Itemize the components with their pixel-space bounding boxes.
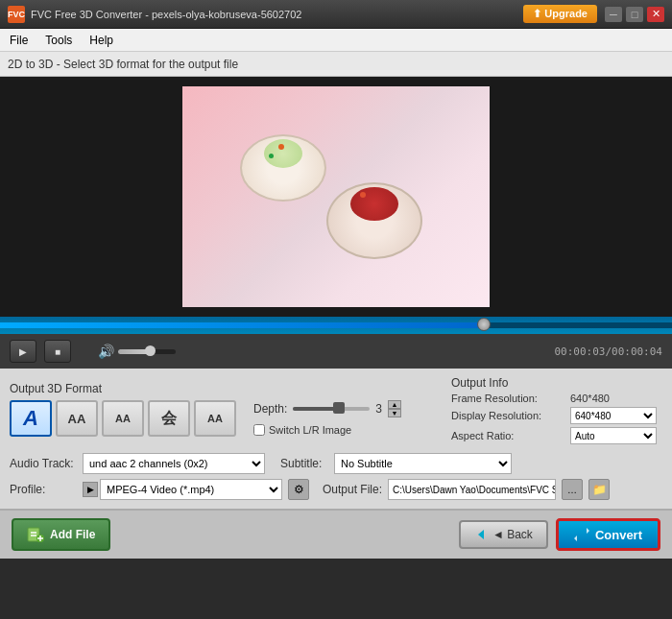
switch-lr-area: Switch L/R Image <box>253 424 401 436</box>
title-text: FVC Free 3D Converter - pexels-olya-kobr… <box>31 9 301 20</box>
profile-icon: ▶ <box>83 482 98 497</box>
add-file-label: Add File <box>50 528 95 541</box>
upper-settings: Output 3D Format A AA AA 会 <box>10 376 662 447</box>
convert-icon <box>574 527 589 542</box>
depth-fill <box>293 407 339 411</box>
menu-file[interactable]: File <box>6 32 32 49</box>
garnish2-decoration <box>350 187 398 221</box>
video-thumbnail <box>182 86 490 307</box>
dot2-decoration <box>269 154 274 158</box>
instruction-bar: 2D to 3D - Select 3D format for the outp… <box>0 52 672 77</box>
depth-thumb[interactable] <box>333 402 345 414</box>
play-icon: ▶ <box>19 346 27 357</box>
progress-track[interactable] <box>0 322 672 328</box>
output-file-label: Output File: <box>323 483 382 496</box>
app-icon: FVC <box>8 6 25 23</box>
back-button[interactable]: ◄ Back <box>459 520 548 549</box>
output-format-label: Output 3D Format <box>10 382 451 395</box>
add-file-button[interactable]: Add File <box>12 518 110 551</box>
play-button[interactable]: ▶ <box>10 340 36 363</box>
settings-area: Output 3D Format A AA AA 会 <box>0 369 672 509</box>
volume-thumb[interactable] <box>145 345 156 356</box>
aspect-ratio-select[interactable]: Auto 16:9 4:3 <box>570 427 657 444</box>
switch-lr-label: Switch L/R Image <box>269 424 351 436</box>
title-buttons: ─ □ ✕ <box>605 7 664 22</box>
action-bar: Add File ◄ Back Convert <box>0 509 672 559</box>
progress-area[interactable] <box>0 317 672 334</box>
right-settings: Output Info Frame Resolution: 640*480 Di… <box>451 376 662 447</box>
profile-label: Profile: <box>10 483 77 496</box>
depth-area: Depth: 3 ▲ ▼ <box>253 400 401 436</box>
frame-res-value: 640*480 <box>570 393 610 404</box>
dot3-decoration <box>360 192 366 198</box>
stop-icon: ■ <box>55 346 60 357</box>
frame-resolution-row: Frame Resolution: 640*480 <box>451 393 662 404</box>
open-folder-button[interactable]: 📁 <box>588 479 610 500</box>
app-icon-text: FVC <box>8 10 25 19</box>
close-button[interactable]: ✕ <box>647 7 664 22</box>
depth-value: 3 <box>375 402 382 416</box>
frame-res-label: Frame Resolution: <box>451 393 566 404</box>
volume-track[interactable] <box>118 349 176 354</box>
depth-slider[interactable] <box>293 407 370 411</box>
audio-track-select[interactable]: und aac 2 channels (0x2) <box>83 453 265 474</box>
svg-marker-6 <box>478 530 484 539</box>
subtitle-select[interactable]: No Subtitle <box>334 453 512 474</box>
volume-icon: 🔊 <box>98 344 114 359</box>
depth-row: Depth: 3 ▲ ▼ <box>253 400 401 417</box>
stop-button[interactable]: ■ <box>44 340 71 363</box>
depth-down-button[interactable]: ▼ <box>388 409 401 417</box>
instruction-text: 2D to 3D - Select 3D format for the outp… <box>8 58 238 71</box>
browse-button[interactable]: … <box>562 479 583 500</box>
format-btn-anaglyph[interactable]: A <box>10 400 52 437</box>
back-label: ◄ Back <box>492 528 533 541</box>
format-btn-sidebyside[interactable]: AA <box>56 400 98 437</box>
aspect-ratio-row: Aspect Ratio: Auto 16:9 4:3 <box>451 427 662 444</box>
profile-output-row: Profile: ▶ MPEG-4 Video (*.mp4) ⚙ Output… <box>10 479 662 500</box>
subtitle-label: Subtitle: <box>280 457 328 470</box>
title-left: FVC FVC Free 3D Converter - pexels-olya-… <box>8 6 301 23</box>
format-btn-topbottom[interactable]: 会 <box>148 400 190 437</box>
output-info-title: Output Info <box>451 376 662 390</box>
progress-thumb[interactable] <box>477 318 491 331</box>
depth-up-button[interactable]: ▲ <box>388 400 401 409</box>
audio-subtitle-row: Audio Track: und aac 2 channels (0x2) Su… <box>10 453 662 474</box>
format-btn-halfside[interactable]: AA <box>102 400 144 437</box>
profile-select[interactable]: MPEG-4 Video (*.mp4) <box>100 479 282 500</box>
display-resolution-row: Display Resolution: 640*480 1280*720 192… <box>451 407 662 424</box>
volume-area: 🔊 <box>98 344 176 359</box>
format-btn-halftop[interactable]: AA <box>194 400 236 437</box>
display-res-label: Display Resolution: <box>451 410 566 421</box>
upgrade-button[interactable]: ⬆ Upgrade <box>523 5 597 23</box>
format-buttons: A AA AA 会 AA <box>10 400 236 437</box>
menu-bar: File Tools Help <box>0 29 672 52</box>
controls-area: ▶ ■ 🔊 00:00:03/00:00:04 <box>0 334 672 369</box>
left-settings: Output 3D Format A AA AA 会 <box>10 376 451 437</box>
progress-fill <box>0 322 484 328</box>
main-content: File Tools Help 2D to 3D - Select 3D for… <box>0 29 672 596</box>
depth-spinners: ▲ ▼ <box>388 400 401 417</box>
convert-label: Convert <box>595 528 642 542</box>
output-file-field: C:\Users\Dawn Yao\Documents\FVC Stu... <box>388 479 556 500</box>
switch-lr-checkbox[interactable] <box>253 424 265 436</box>
title-bar: FVC FVC Free 3D Converter - pexels-olya-… <box>0 0 672 29</box>
menu-help[interactable]: Help <box>85 32 117 49</box>
settings-gear-button[interactable]: ⚙ <box>288 479 309 500</box>
right-buttons: ◄ Back Convert <box>459 518 660 551</box>
display-res-select[interactable]: 640*480 1280*720 1920*1080 <box>570 407 657 424</box>
menu-tools[interactable]: Tools <box>41 32 76 49</box>
time-display: 00:00:03/00:00:04 <box>554 345 662 358</box>
audio-track-label: Audio Track: <box>10 457 77 470</box>
maximize-button[interactable]: □ <box>626 7 643 22</box>
dot1-decoration <box>278 144 284 150</box>
back-icon <box>474 528 488 541</box>
add-file-icon <box>27 526 44 543</box>
minimize-button[interactable]: ─ <box>605 7 622 22</box>
depth-label: Depth: <box>253 402 287 416</box>
convert-button[interactable]: Convert <box>556 518 660 551</box>
aspect-ratio-label: Aspect Ratio: <box>451 430 566 441</box>
video-area <box>0 77 672 317</box>
